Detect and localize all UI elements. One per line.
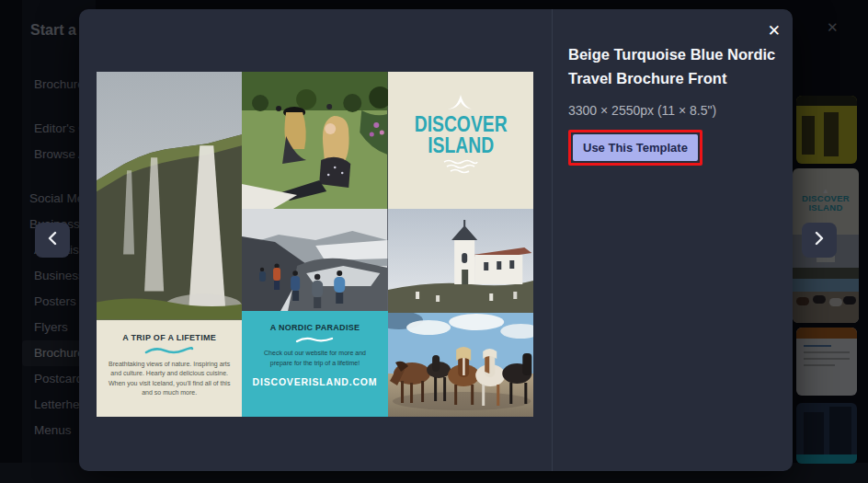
chevron-left-icon <box>46 230 59 250</box>
template-info-panel: Beige Turquoise Blue Nordic Travel Broch… <box>568 42 805 166</box>
annotation-box: Use This Template <box>568 130 702 166</box>
mountain-icon <box>447 94 474 110</box>
template-preview-image: A TRIP OF A LIFETIME Breathtaking views … <box>97 72 533 417</box>
brochure-website: DISCOVERISLAND.COM <box>242 376 387 387</box>
brochure-body-paradise: Check out our website for more and prepa… <box>242 349 387 368</box>
waves-icon <box>442 159 479 174</box>
brochure-heading-trip: A TRIP OF A LIFETIME <box>97 333 242 342</box>
brochure-logo-panel: DISCOVER ISLAND <box>388 72 533 209</box>
use-this-template-button[interactable]: Use This Template <box>573 134 698 161</box>
template-title: Beige Turquoise Blue Nordic Travel Broch… <box>568 42 805 91</box>
brochure-middle-column: A NORDIC PARADISE Check out our website … <box>242 72 387 417</box>
template-preview-modal: ✕ A TRIP <box>79 9 793 471</box>
divider <box>552 9 553 471</box>
brochure-heading-paradise: A NORDIC PARADISE <box>242 323 387 332</box>
brochure-left-column: A TRIP OF A LIFETIME Breathtaking views … <box>97 72 242 417</box>
chevron-right-icon <box>813 230 826 250</box>
brochure-logo-line2: ISLAND <box>399 135 521 156</box>
template-dimensions: 3300 × 2550px (11 × 8.5") <box>568 103 805 118</box>
picnic-people-photo <box>242 72 387 209</box>
modal-close-icon[interactable]: ✕ <box>768 23 781 39</box>
horses-photo <box>388 313 533 417</box>
waterfall-photo <box>97 72 242 320</box>
wave-divider-icon <box>143 346 195 355</box>
brochure-logo-line1: DISCOVER <box>399 114 521 135</box>
brochure-body-trip: Breathtaking views of nature. Inspiring … <box>97 360 242 398</box>
next-template-button[interactable] <box>802 223 837 258</box>
brochure-panel-trip: A TRIP OF A LIFETIME Breathtaking views … <box>97 320 242 417</box>
brochure-right-column: DISCOVER ISLAND <box>388 72 533 417</box>
church-photo <box>388 209 533 313</box>
brochure-panel-paradise: A NORDIC PARADISE Check out our website … <box>242 311 387 417</box>
previous-template-button[interactable] <box>35 223 70 258</box>
wave-divider-icon <box>294 336 335 344</box>
glacier-hikers-photo <box>242 209 387 311</box>
